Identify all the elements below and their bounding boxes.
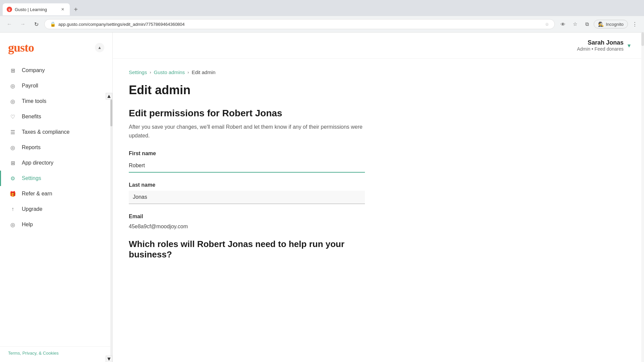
sidebar-item-benefits[interactable]: ♡ Benefits <box>0 109 112 124</box>
browser-chrome: g Gusto | Learning ✕ + ← → ↻ 🔒 app.gusto… <box>0 0 644 33</box>
main-content: Sarah Jonas Admin • Feed donares ▾ Setti… <box>113 33 644 362</box>
incognito-badge: 🕵 Incognito <box>594 20 628 28</box>
sidebar-item-label-app-directory: App directory <box>22 160 53 166</box>
app-layout: gusto ▲ ⊞ Company ◎ Payroll ◎ Time tools… <box>0 33 644 362</box>
help-icon: ◎ <box>9 221 16 228</box>
user-info: Sarah Jonas Admin • Feed donares <box>577 39 624 52</box>
sidebar-item-refer[interactable]: 🎁 Refer & earn <box>0 186 112 201</box>
sidebar-item-label-upgrade: Upgrade <box>22 206 42 212</box>
sidebar-item-app-directory[interactable]: ⊞ App directory <box>0 155 112 171</box>
footer-sep1: , <box>20 351 22 356</box>
sidebar-scrollbar-thumb <box>110 100 112 126</box>
back-button[interactable]: ← <box>4 19 15 29</box>
first-name-input[interactable] <box>129 159 365 173</box>
privacy-link[interactable]: Privacy <box>22 351 37 356</box>
sidebar-item-label-taxes: Taxes & compliance <box>22 129 69 135</box>
sidebar-item-payroll[interactable]: ◎ Payroll <box>0 78 112 94</box>
footer-sep2: , & <box>36 351 43 356</box>
first-name-group: First name <box>129 150 365 173</box>
sidebar-item-time-tools[interactable]: ◎ Time tools <box>0 94 112 109</box>
email-value: 45e8a9cf@moodjoy.com <box>129 222 365 230</box>
reports-icon: ◎ <box>9 144 16 151</box>
sidebar-scroll-up[interactable]: ▲ <box>106 93 112 100</box>
breadcrumb: Settings › Gusto admins › Edit admin <box>129 69 365 75</box>
section-title: Edit permissions for Robert Jonas <box>129 108 365 119</box>
menu-button[interactable]: ⋮ <box>629 19 640 29</box>
main-scrollbar-thumb <box>641 33 644 46</box>
section-description: After you save your changes, we'll email… <box>129 123 365 140</box>
new-tab-button[interactable]: + <box>71 5 80 14</box>
sidebar-item-label-payroll: Payroll <box>22 83 38 89</box>
sidebar: gusto ▲ ⊞ Company ◎ Payroll ◎ Time tools… <box>0 33 113 362</box>
sidebar-scroll-down[interactable]: ▼ <box>106 356 112 362</box>
sidebar-collapse-button[interactable]: ▲ <box>95 43 104 52</box>
time-tools-icon: ◎ <box>9 98 16 105</box>
url-text: app.gusto.com/company/settings/edit_admi… <box>58 22 542 27</box>
user-role: Admin • Feed donares <box>577 46 624 52</box>
tab-title: Gusto | Learning <box>15 7 47 12</box>
sidebar-item-help[interactable]: ◎ Help <box>0 217 112 232</box>
content-area: Settings › Gusto admins › Edit admin Edi… <box>113 59 381 280</box>
sidebar-item-company[interactable]: ⊞ Company <box>0 63 112 78</box>
footer-links: Terms, Privacy, & Cookies <box>8 351 104 356</box>
taxes-icon: ☰ <box>9 128 16 136</box>
breadcrumb-sep1: › <box>150 70 151 75</box>
last-name-group: Last name <box>129 182 365 204</box>
sidebar-footer: Terms, Privacy, & Cookies <box>0 346 112 362</box>
app-directory-icon: ⊞ <box>9 159 16 167</box>
company-icon: ⊞ <box>9 67 16 74</box>
benefits-icon: ♡ <box>9 113 16 120</box>
sidebar-item-label-benefits: Benefits <box>22 114 41 120</box>
breadcrumb-sep2: › <box>187 70 189 75</box>
tab-bar: g Gusto | Learning ✕ + <box>0 0 644 16</box>
breadcrumb-settings[interactable]: Settings <box>129 69 147 75</box>
user-dropdown-chevron[interactable]: ▾ <box>628 42 631 49</box>
sidebar-item-label-refer: Refer & earn <box>22 191 52 197</box>
sidebar-item-settings[interactable]: ⚙ Settings <box>0 171 112 186</box>
sidebar-item-taxes[interactable]: ☰ Taxes & compliance <box>0 124 112 140</box>
forward-button[interactable]: → <box>17 19 28 29</box>
breadcrumb-current: Edit admin <box>192 69 215 75</box>
terms-link[interactable]: Terms <box>8 351 20 356</box>
address-bar[interactable]: 🔒 app.gusto.com/company/settings/edit_ad… <box>44 19 555 29</box>
refresh-button[interactable]: ↻ <box>31 19 42 29</box>
sidebar-item-label-company: Company <box>22 67 45 73</box>
user-name: Sarah Jonas <box>577 39 624 46</box>
multiwindow-icon[interactable]: ⧉ <box>582 19 592 29</box>
navigation-bar: ← → ↻ 🔒 app.gusto.com/company/settings/e… <box>0 16 644 32</box>
star-icon[interactable]: ☆ <box>570 19 580 29</box>
roles-section-title: Which roles will Robert Jonas need to he… <box>129 239 365 260</box>
main-scrollbar-track <box>641 33 644 362</box>
tab-favicon: g <box>7 7 12 12</box>
incognito-label: Incognito <box>606 22 624 27</box>
sidebar-item-label-help: Help <box>22 222 33 228</box>
cookies-link[interactable]: Cookies <box>43 351 59 356</box>
active-tab[interactable]: g Gusto | Learning ✕ <box>3 3 70 15</box>
sidebar-item-label-time-tools: Time tools <box>22 98 46 104</box>
gusto-logo: gusto <box>8 41 34 55</box>
sidebar-header: gusto ▲ <box>0 33 112 60</box>
breadcrumb-gusto-admins[interactable]: Gusto admins <box>154 69 185 75</box>
email-label: Email <box>129 214 365 220</box>
sidebar-item-reports[interactable]: ◎ Reports <box>0 140 112 155</box>
tab-close-button[interactable]: ✕ <box>60 6 66 12</box>
upgrade-icon: ↑ <box>9 205 16 213</box>
last-name-label: Last name <box>129 182 365 188</box>
first-name-label: First name <box>129 150 365 157</box>
email-group: Email 45e8a9cf@moodjoy.com <box>129 214 365 230</box>
sidebar-item-label-settings: Settings <box>22 175 41 181</box>
last-name-input[interactable] <box>129 191 365 204</box>
page-title: Edit admin <box>129 83 365 97</box>
sidebar-scrollbar-track: ▲ ▼ <box>110 100 112 362</box>
settings-icon: ⚙ <box>9 175 16 182</box>
user-header: Sarah Jonas Admin • Feed donares ▾ <box>113 33 644 59</box>
sidebar-item-upgrade[interactable]: ↑ Upgrade <box>0 201 112 217</box>
eye-icon[interactable]: 👁 <box>557 19 568 29</box>
sidebar-nav: ⊞ Company ◎ Payroll ◎ Time tools ♡ Benef… <box>0 60 112 346</box>
browser-nav-right: 👁 ☆ ⧉ 🕵 Incognito ⋮ <box>557 19 640 29</box>
refer-icon: 🎁 <box>9 190 16 197</box>
sidebar-item-label-reports: Reports <box>22 144 41 150</box>
payroll-icon: ◎ <box>9 82 16 89</box>
